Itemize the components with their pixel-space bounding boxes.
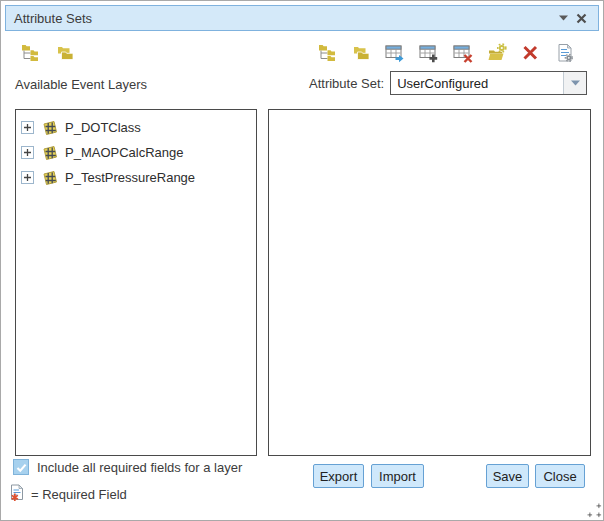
table-export-icon[interactable] [384,42,405,63]
available-event-layers-label: Available Event Layers [15,77,147,92]
table-remove-icon[interactable] [452,42,473,63]
stacked-folders-icon[interactable] [54,42,75,63]
tree-item[interactable]: P_TestPressureRange [16,165,256,190]
export-button[interactable]: Export [313,464,364,488]
document-settings-icon[interactable] [554,42,575,63]
event-layer-icon [41,120,59,136]
tree-folders-icon[interactable] [19,42,40,63]
expand-plus-icon[interactable] [21,121,34,134]
import-button[interactable]: Import [371,464,424,488]
delete-icon[interactable] [520,42,541,63]
include-required-fields-checkbox[interactable] [13,459,29,475]
close-button[interactable]: Close [535,464,585,488]
titlebar: Attribute Sets [5,5,599,31]
checkmark-icon [15,461,28,474]
required-field-legend: = Required Field [10,484,127,505]
tree-folders-icon[interactable] [316,42,337,63]
chevron-down-icon [571,80,580,86]
table-add-icon[interactable] [418,42,439,63]
available-layers-list[interactable]: P_DOTClass P_MAOPCalcRange P_TestPressur… [15,109,257,456]
attribute-set-value: UserConfigured [391,76,563,91]
chevron-down-icon [559,15,568,21]
attribute-set-row: Attribute Set: UserConfigured [309,71,587,95]
left-toolbar [19,42,75,63]
expand-plus-icon[interactable] [21,146,34,159]
attribute-sets-window: Attribute Sets Available Event Layers At… [0,0,604,521]
include-required-fields-label: Include all required fields for a layer [37,460,242,475]
tree-item[interactable]: P_MAOPCalcRange [16,140,256,165]
resize-grip[interactable] [587,503,602,518]
expand-plus-icon[interactable] [21,171,34,184]
collapse-panel-icon[interactable] [554,9,572,27]
required-field-icon [10,484,25,505]
layer-name: P_DOTClass [65,120,141,135]
layer-name: P_MAOPCalcRange [65,145,184,160]
save-button[interactable]: Save [486,464,529,488]
close-icon[interactable] [572,9,590,27]
layer-name: P_TestPressureRange [65,170,195,185]
required-field-legend-text: = Required Field [31,487,127,502]
event-layer-icon [41,145,59,161]
event-layer-icon [41,170,59,186]
attribute-set-combobox[interactable]: UserConfigured [390,71,587,95]
folder-settings-icon[interactable] [486,42,507,63]
attribute-set-label: Attribute Set: [309,76,384,91]
attribute-set-list[interactable] [268,109,591,456]
include-required-fields-row: Include all required fields for a layer [13,459,242,475]
tree-item[interactable]: P_DOTClass [16,115,256,140]
window-title: Attribute Sets [14,11,554,26]
combobox-dropdown-button[interactable] [563,72,586,94]
right-toolbar [316,42,575,63]
stacked-folders-icon[interactable] [350,42,371,63]
